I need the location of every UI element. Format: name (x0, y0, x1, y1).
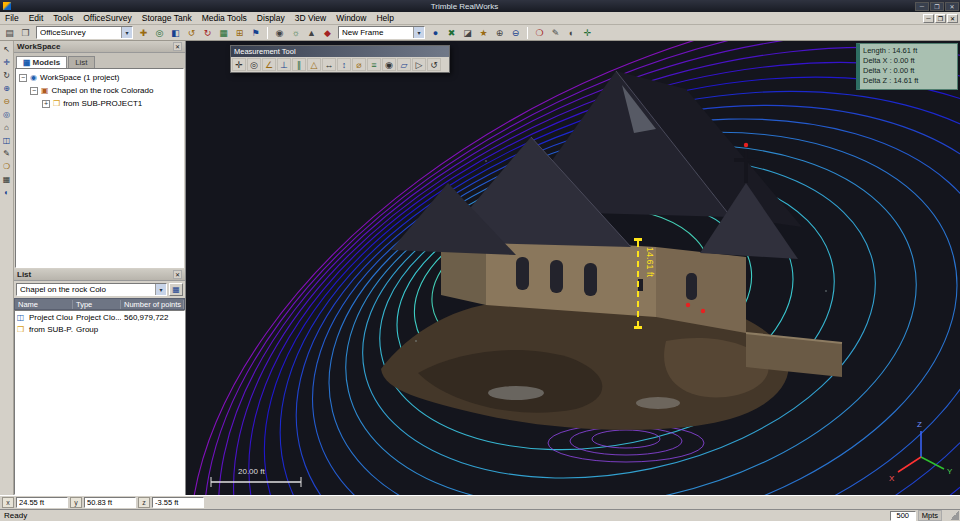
measurement-tool-titlebar[interactable]: Measurement Tool (231, 46, 449, 57)
tree-item-workspace-root[interactable]: − ◉ WorkSpace (1 project) (16, 71, 183, 84)
tree-item-project[interactable]: − ▣ Chapel on the rock Colorado (16, 84, 183, 97)
mdi-close-button[interactable]: ✕ (947, 14, 958, 23)
toolbar-icon[interactable]: ★ (476, 26, 491, 40)
tree-project-label[interactable]: Chapel on the rock Colorado (52, 86, 154, 95)
minimize-button[interactable]: ─ (915, 2, 929, 11)
measure-tool-icon[interactable]: ◎ (247, 58, 261, 71)
zoom-out-icon[interactable]: ⊖ (1, 95, 13, 107)
measure-tool-icon[interactable]: ◉ (382, 58, 396, 71)
tab-list[interactable]: List (68, 56, 94, 68)
select-icon[interactable]: ↖ (1, 43, 13, 55)
rotate-icon[interactable]: ↻ (1, 69, 13, 81)
menu-tools[interactable]: Tools (48, 13, 78, 23)
zoom-in-icon[interactable]: ⊕ (1, 82, 13, 94)
toolbar-icon[interactable]: ⊞ (232, 26, 247, 40)
home-view-icon[interactable]: ⌂ (1, 121, 13, 133)
toolbar-icon[interactable]: ☼ (288, 26, 303, 40)
toolbar-icon[interactable]: ✖ (444, 26, 459, 40)
measure-tool-icon[interactable]: ▱ (397, 58, 411, 71)
examine-icon[interactable]: ❍ (1, 160, 13, 172)
menu-3d-view[interactable]: 3D View (290, 13, 332, 23)
open-project-icon[interactable]: ❐ (18, 26, 33, 40)
coord-x-input[interactable] (16, 497, 68, 508)
toolbar-icon[interactable]: ✎ (548, 26, 563, 40)
table-row[interactable]: ❒ from SUB-P... Group (15, 323, 184, 335)
menu-edit[interactable]: Edit (24, 13, 49, 23)
toolbar-icon[interactable]: ● (428, 26, 443, 40)
toolbar-icon[interactable]: ✛ (580, 26, 595, 40)
measure-tool-icon[interactable]: ✛ (232, 58, 246, 71)
pan-icon[interactable]: ✛ (1, 56, 13, 68)
tree-root-label[interactable]: WorkSpace (1 project) (40, 73, 119, 82)
survey-mode-combo[interactable]: OfficeSurvey ▾ (36, 26, 133, 39)
toolbar-icon[interactable]: ◐ (564, 26, 579, 40)
toolbar-icon[interactable]: ❍ (532, 26, 547, 40)
toolbar-icon[interactable]: ⊕ (492, 26, 507, 40)
menu-window[interactable]: Window (331, 13, 371, 23)
list-scope-combo[interactable]: Chapel on the rock Colo ▾ (16, 283, 167, 296)
column-type[interactable]: Type (73, 300, 121, 309)
table-row[interactable]: ◫ Project Cloud Project Clo... 560,979,7… (15, 311, 184, 323)
measure-tool-icon[interactable]: ↔ (322, 58, 336, 71)
info-delta-x: Delta X : 0.00 ft (863, 56, 954, 66)
new-project-icon[interactable]: ▤ (2, 26, 17, 40)
close-icon[interactable]: ✕ (173, 270, 182, 279)
menu-help[interactable]: Help (371, 13, 398, 23)
tree-subproject-label[interactable]: from SUB-PROJECT1 (63, 99, 142, 108)
close-button[interactable]: ✕ (945, 2, 959, 11)
toolbar-icon[interactable]: ⚑ (248, 26, 263, 40)
zoom-target-icon[interactable]: ◎ (1, 108, 13, 120)
toolbar-icon[interactable]: ↻ (200, 26, 215, 40)
toolbar-icon[interactable]: ◉ (272, 26, 287, 40)
column-name[interactable]: Name (15, 300, 73, 309)
measure-tool-icon[interactable]: ⌀ (352, 58, 366, 71)
measure-tool-icon[interactable]: △ (307, 58, 321, 71)
menu-display[interactable]: Display (252, 13, 290, 23)
measure-tool-icon[interactable]: ▷ (412, 58, 426, 71)
chevron-down-icon[interactable]: ▾ (121, 27, 132, 38)
toolbar-icon[interactable]: ◎ (152, 26, 167, 40)
measure-tool-icon[interactable]: ≡ (367, 58, 381, 71)
point-budget-input[interactable]: 500 (890, 511, 916, 521)
chevron-down-icon[interactable]: ▾ (413, 27, 424, 38)
expand-icon[interactable]: + (42, 100, 50, 108)
collapse-icon[interactable]: − (19, 74, 27, 82)
toolbar-icon[interactable]: ✚ (136, 26, 151, 40)
coord-y-input[interactable] (84, 497, 136, 508)
close-icon[interactable]: ✕ (173, 42, 182, 51)
mdi-restore-button[interactable]: ❐ (935, 14, 946, 23)
shading-icon[interactable]: ◐ (1, 186, 13, 198)
menu-file[interactable]: File (0, 13, 24, 23)
toolbar-icon[interactable]: ▲ (304, 26, 319, 40)
measure-tool-icon[interactable]: ∥ (292, 58, 306, 71)
chevron-down-icon[interactable]: ▾ (155, 284, 166, 295)
menu-officesurvey[interactable]: OfficeSurvey (78, 13, 137, 23)
toolbar-icon[interactable]: ◆ (320, 26, 335, 40)
menu-storage-tank[interactable]: Storage Tank (137, 13, 197, 23)
measurement-tool-panel[interactable]: Measurement Tool ✛ ◎ ∠ ⊥ ∥ △ ↔ ↕ ⌀ ≡ ◉ ▱… (230, 45, 450, 73)
column-points[interactable]: Number of points (121, 300, 184, 309)
measure-tool-icon[interactable]: ↺ (427, 58, 441, 71)
edit-icon[interactable]: ✎ (1, 147, 13, 159)
measure-tool-icon[interactable]: ⊥ (277, 58, 291, 71)
resize-grip[interactable] (950, 511, 959, 520)
menu-media-tools[interactable]: Media Tools (197, 13, 252, 23)
toolbar-icon[interactable]: ◧ (168, 26, 183, 40)
views-icon[interactable]: ◫ (1, 134, 13, 146)
list-options-button[interactable]: ▦ (169, 283, 183, 296)
viewport-3d[interactable]: 14.61 ft 20.00 ft Z X Y (186, 41, 960, 495)
collapse-icon[interactable]: − (30, 87, 38, 95)
toolbar-icon[interactable]: ▦ (216, 26, 231, 40)
coord-z-input[interactable] (152, 497, 204, 508)
measure-tool-icon[interactable]: ↕ (337, 58, 351, 71)
toolbar-icon[interactable]: ↺ (184, 26, 199, 40)
toolbar-icon[interactable]: ◪ (460, 26, 475, 40)
frame-combo[interactable]: New Frame ▾ (338, 26, 425, 39)
grid-icon[interactable]: ▦ (1, 173, 13, 185)
tab-models[interactable]: ▦ Models (16, 56, 67, 68)
toolbar-icon[interactable]: ⊖ (508, 26, 523, 40)
measure-tool-icon[interactable]: ∠ (262, 58, 276, 71)
tree-item-subproject[interactable]: + ❒ from SUB-PROJECT1 (16, 97, 183, 110)
mdi-minimize-button[interactable]: ─ (923, 14, 934, 23)
maximize-button[interactable]: ❐ (930, 2, 944, 11)
